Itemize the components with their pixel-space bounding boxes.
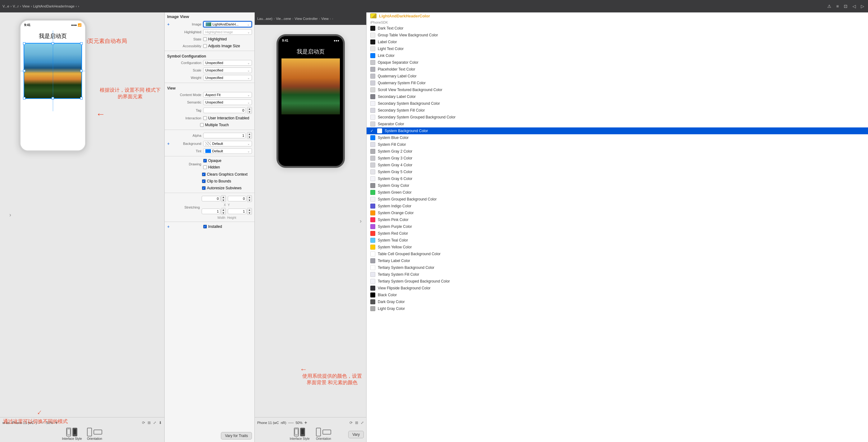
nav-forward-icon[interactable]: ▷	[860, 3, 866, 9]
opaque-checkbox[interactable]	[203, 159, 207, 163]
multi-touch-checkbox[interactable]	[200, 123, 204, 127]
right-interface-style-button[interactable]: Interface Style	[290, 428, 310, 440]
state-checkbox[interactable]	[203, 37, 207, 41]
warning-icon[interactable]: ⚠	[826, 3, 833, 9]
download-icon[interactable]: ⬇	[159, 420, 162, 425]
color-item[interactable]: Light Text Color	[367, 46, 868, 52]
accessibility-checkbox[interactable]	[203, 44, 207, 48]
user-interaction-checkbox[interactable]	[203, 116, 207, 120]
color-item[interactable]: System Fill Color	[367, 141, 868, 148]
breadcrumb-item[interactable]: V...r	[13, 4, 19, 8]
right-breadcrumb-item-1[interactable]: Lau...ase)	[257, 17, 273, 21]
stretch-w-up[interactable]: ▲	[221, 208, 225, 211]
nav-back-icon[interactable]: ◁	[851, 3, 857, 9]
resize-icon[interactable]: ⤢	[153, 420, 156, 425]
stepper-down[interactable]: ▼	[247, 110, 252, 114]
background-dropdown[interactable]: Default ⌄	[203, 141, 252, 146]
color-item[interactable]: System Teal Color	[367, 237, 868, 244]
color-item[interactable]: Secondary Label Color	[367, 93, 868, 100]
right-refresh-icon[interactable]: ⟳	[349, 420, 352, 425]
tint-dropdown[interactable]: Default ⌄	[203, 148, 252, 154]
color-item[interactable]: System Blue Color	[367, 134, 868, 141]
color-item[interactable]: Table Cell Grouped Background Color	[367, 251, 868, 257]
refresh-icon[interactable]: ⟳	[142, 420, 145, 425]
bg-plus[interactable]: +	[167, 141, 172, 146]
stretch-y-input[interactable]	[228, 196, 246, 201]
tag-stepper[interactable]: ▲ ▼	[247, 107, 252, 114]
scroll-left-arrow[interactable]: ›	[9, 212, 11, 218]
color-item[interactable]: System Gray 3 Color	[367, 155, 868, 161]
color-item[interactable]: Quaternary Label Color	[367, 73, 868, 80]
tag-input[interactable]	[203, 108, 246, 113]
stretch-y-up[interactable]: ▲	[247, 196, 252, 199]
weight-dropdown[interactable]: Unspecified ⌄	[203, 75, 252, 81]
color-item[interactable]: Scroll View Textured Background Color	[367, 86, 868, 93]
alpha-stepper[interactable]: ▲ ▼	[247, 132, 252, 139]
color-item[interactable]: ✓System Background Color	[367, 127, 868, 134]
right-minus-icon[interactable]: —	[288, 419, 293, 426]
stretch-y-down[interactable]: ▼	[247, 199, 252, 202]
image-row-plus[interactable]: +	[167, 22, 172, 27]
color-item[interactable]: System Indigo Color	[367, 203, 868, 209]
color-item[interactable]: System Gray 5 Color	[367, 169, 868, 175]
stretch-x-stepper[interactable]: ▲ ▼	[221, 195, 226, 202]
color-item[interactable]: Tertiary Label Color	[367, 257, 868, 264]
color-item[interactable]: Secondary System Background Color	[367, 100, 868, 107]
color-item[interactable]: Tertiary System Grouped Background Color	[367, 278, 868, 285]
color-item[interactable]: System Orange Color	[367, 209, 868, 216]
stretch-w-stepper[interactable]: ▲ ▼	[221, 208, 226, 215]
list-icon[interactable]: ≡	[835, 3, 840, 9]
scroll-right-arrow[interactable]: ›	[360, 218, 362, 225]
color-item[interactable]: System Yellow Color	[367, 244, 868, 251]
alpha-input[interactable]	[203, 133, 246, 138]
color-item[interactable]: System Gray 6 Color	[367, 175, 868, 182]
right-layout-icon[interactable]: ⊞	[355, 420, 358, 425]
handle-bl[interactable]	[23, 97, 26, 99]
color-item[interactable]: System Grouped Background Color	[367, 196, 868, 203]
layout-icon[interactable]: ⊞	[148, 420, 151, 425]
handle-tl[interactable]	[23, 42, 26, 45]
color-item[interactable]: Label Color	[367, 38, 868, 46]
color-item[interactable]: Separator Color	[367, 121, 868, 127]
color-item[interactable]: Black Color	[367, 292, 868, 298]
stretch-y-stepper[interactable]: ▲ ▼	[247, 195, 252, 202]
image-dropdown[interactable]: LightAndDarkH... ⌄	[203, 21, 252, 27]
color-item[interactable]: View Flipside Background Color	[367, 285, 868, 292]
stretch-h-stepper[interactable]: ▲ ▼	[247, 208, 252, 215]
stretch-w-input[interactable]	[202, 209, 220, 214]
breadcrumb-item[interactable]: LightAndDarkHeaderImage	[33, 4, 74, 8]
right-vary-button[interactable]: Vary	[348, 431, 364, 438]
right-plus-icon[interactable]: +	[304, 420, 307, 425]
color-item[interactable]: System Red Color	[367, 230, 868, 237]
breadcrumb-item[interactable]: V...e	[2, 4, 9, 8]
stretch-x-up[interactable]: ▲	[221, 196, 225, 199]
hidden-checkbox[interactable]	[203, 165, 207, 169]
right-resize-icon[interactable]: ⤢	[361, 420, 364, 425]
installed-plus[interactable]: +	[167, 224, 172, 229]
autoresize-checkbox[interactable]	[202, 186, 206, 190]
color-item[interactable]: Quaternary System Fill Color	[367, 80, 868, 86]
vary-for-traits-button[interactable]: Vary for Traits	[221, 432, 252, 440]
color-item[interactable]: Light Gray Color	[367, 305, 868, 312]
clears-checkbox[interactable]	[202, 173, 206, 176]
config-dropdown[interactable]: Unspecified ⌄	[203, 60, 252, 66]
right-orientation-button[interactable]: Orientation	[316, 428, 331, 440]
color-item[interactable]: Dark Gray Color	[367, 298, 868, 305]
color-item[interactable]: Tertiary System Fill Color	[367, 271, 868, 278]
stretch-w-down[interactable]: ▼	[221, 211, 225, 214]
right-breadcrumb-item-4[interactable]: View	[321, 17, 329, 21]
stepper-up[interactable]: ▲	[247, 107, 252, 110]
color-item[interactable]: Secondary System Fill Color	[367, 107, 868, 114]
color-item[interactable]: System Pink Color	[367, 216, 868, 223]
color-item[interactable]: System Gray 4 Color	[367, 161, 868, 169]
semantic-dropdown[interactable]: Unspecified ⌄	[203, 99, 252, 105]
breadcrumb-item[interactable]: View	[22, 4, 30, 8]
interface-style-button[interactable]: Interface Style	[62, 428, 82, 440]
color-item[interactable]: Placeholder Text Color	[367, 66, 868, 73]
content-mode-dropdown[interactable]: Aspect Fit ⌄	[203, 92, 252, 97]
stretch-x-down[interactable]: ▼	[221, 199, 225, 202]
handle-br[interactable]	[80, 97, 83, 99]
right-breadcrumb-item-3[interactable]: View Controller	[294, 17, 317, 21]
stretch-h-up[interactable]: ▲	[247, 208, 252, 211]
clip-checkbox[interactable]	[202, 179, 206, 183]
